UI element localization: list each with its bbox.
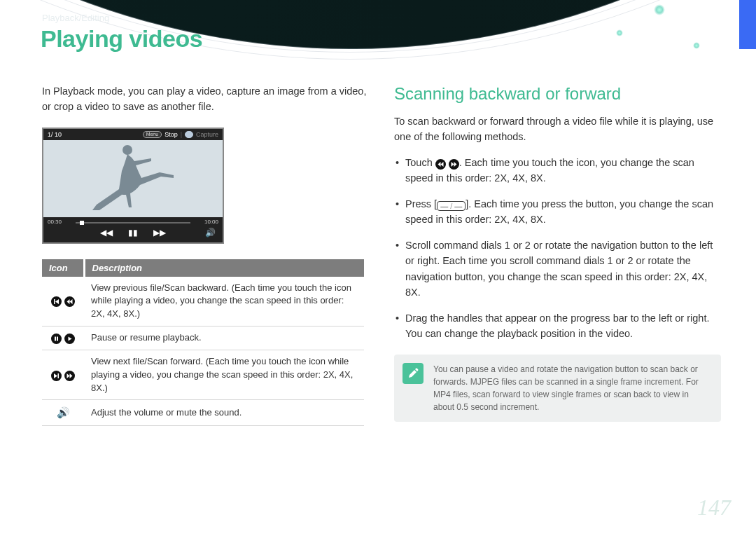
section-intro: To scan backward or forward through a vi… [394, 114, 721, 145]
capture-pill [185, 131, 193, 138]
table-cell-desc: View next file/Scan forward. (Each time … [84, 350, 364, 400]
section-tab [739, 0, 756, 49]
video-preview: 1/ 10 Menu Stop | Capture [42, 128, 224, 244]
section-heading: Scanning backward or forward [394, 84, 721, 104]
page-number: 147 [697, 495, 731, 521]
pause-icon [51, 334, 62, 344]
list-item: Press [—/—]. Each time you press the but… [394, 196, 721, 228]
table-header-desc: Description [84, 259, 364, 277]
capture-label: Capture [196, 131, 218, 138]
video-counter: 1/ 10 [48, 131, 62, 138]
table-cell-desc: Adjust the volume or mute the sound. [84, 400, 364, 426]
table-cell-desc: Pause or resume playback. [84, 327, 364, 350]
table-cell-desc: View previous file/Scan backward. (Each … [84, 277, 364, 327]
ffwd-icon [64, 371, 75, 381]
table-row: 🔊 Adjust the volume or mute the sound. [42, 400, 364, 426]
table-row: View previous file/Scan backward. (Each … [42, 277, 364, 327]
breadcrumb: Playback/Editing [42, 13, 109, 23]
list-item: Touch . Each time you touch the icon, yo… [394, 155, 721, 186]
svg-point-0 [122, 145, 132, 155]
rewind-icon [435, 159, 446, 170]
volume-icon[interactable]: 🔊 [205, 228, 216, 238]
rewind-icon[interactable]: ◀◀ [100, 228, 113, 238]
note-text: You can pause a video and rotate the nav… [433, 363, 711, 413]
table-row: View next file/Scan forward. (Each time … [42, 350, 364, 400]
ffwd-icon[interactable]: ▶▶ [153, 228, 166, 238]
icon-description-table: Icon Description View previous file/Scan… [42, 259, 364, 427]
stop-label: Stop [164, 131, 178, 138]
ffwd-icon [449, 159, 459, 170]
next-file-icon [51, 371, 62, 381]
intro-text: In Playback mode, you can play a video, … [42, 84, 369, 115]
pen-note-icon [402, 363, 424, 384]
volume-icon: 🔊 [57, 406, 70, 418]
minus-plus-icon: —/— [437, 201, 465, 211]
page-title: Playing videos [41, 25, 202, 53]
menu-pill: Menu [143, 131, 162, 138]
total-time: 10:00 [204, 219, 218, 225]
list-item: Scroll command dials 1 or 2 or rotate th… [394, 238, 721, 301]
prev-file-icon [51, 296, 62, 307]
note-box: You can pause a video and rotate the nav… [394, 355, 721, 422]
table-header-icon: Icon [42, 259, 84, 277]
dancer-silhouette-icon [84, 140, 182, 210]
pause-icon[interactable]: ▮▮ [128, 228, 138, 238]
elapsed-time: 00:30 [48, 219, 62, 225]
rewind-icon [64, 296, 75, 307]
list-item: Drag the handles that appear on the prog… [394, 310, 721, 342]
progress-bar[interactable] [76, 222, 190, 224]
play-icon [64, 334, 75, 344]
table-row: Pause or resume playback. [42, 327, 364, 350]
